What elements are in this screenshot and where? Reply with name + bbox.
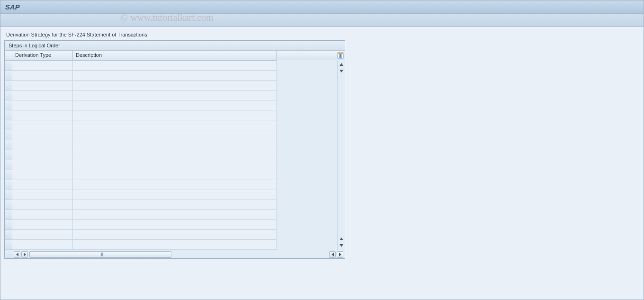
column-header-derivation-type[interactable]: Derivation Type xyxy=(12,51,73,60)
cell-description[interactable] xyxy=(73,100,277,110)
cell-derivation-type[interactable] xyxy=(12,71,73,81)
cell-description[interactable] xyxy=(73,190,277,200)
table-row[interactable] xyxy=(5,100,277,110)
cell-description[interactable] xyxy=(73,140,277,150)
table-row[interactable] xyxy=(5,180,277,190)
cell-description[interactable] xyxy=(73,210,277,220)
cell-description[interactable] xyxy=(73,130,277,140)
cell-derivation-type[interactable] xyxy=(12,100,73,110)
table-row[interactable] xyxy=(5,200,277,210)
cell-description[interactable] xyxy=(73,71,277,81)
table-right-area xyxy=(277,51,345,250)
cell-description[interactable] xyxy=(73,220,277,230)
cell-derivation-type[interactable] xyxy=(12,180,73,190)
row-selector[interactable] xyxy=(5,240,12,250)
cell-description[interactable] xyxy=(73,200,277,210)
cell-derivation-type[interactable] xyxy=(12,110,73,120)
cell-derivation-type[interactable] xyxy=(12,170,73,180)
cell-derivation-type[interactable] xyxy=(12,61,73,71)
table-header-row: Derivation Type Description xyxy=(5,51,277,61)
row-selector[interactable] xyxy=(5,120,12,130)
hscroll-right-end[interactable] xyxy=(337,251,343,258)
row-selector[interactable] xyxy=(5,230,12,240)
hscroll-thumb[interactable] xyxy=(100,253,103,256)
row-selector[interactable] xyxy=(5,130,12,140)
row-selector[interactable] xyxy=(5,190,12,200)
table-row[interactable] xyxy=(5,71,277,81)
row-selector[interactable] xyxy=(5,220,12,230)
table-row[interactable] xyxy=(5,150,277,160)
cell-derivation-type[interactable] xyxy=(12,220,73,230)
vertical-scrollbar[interactable] xyxy=(337,60,345,250)
table-row[interactable] xyxy=(5,170,277,180)
cell-derivation-type[interactable] xyxy=(12,160,73,170)
cell-description[interactable] xyxy=(73,150,277,160)
cell-derivation-type[interactable] xyxy=(12,81,73,91)
row-selector[interactable] xyxy=(5,81,12,91)
row-selector[interactable] xyxy=(5,210,12,220)
table-body xyxy=(5,61,277,250)
svg-rect-4 xyxy=(340,54,341,58)
scroll-up-button[interactable] xyxy=(338,61,345,68)
row-selector[interactable] xyxy=(5,91,12,100)
cell-derivation-type[interactable] xyxy=(12,200,73,210)
table-row[interactable] xyxy=(5,220,277,230)
scroll-down-button-bottom[interactable] xyxy=(338,242,345,249)
table-row[interactable] xyxy=(5,110,277,120)
cell-derivation-type[interactable] xyxy=(12,230,73,240)
scroll-up-button-bottom[interactable] xyxy=(338,236,345,242)
cell-description[interactable] xyxy=(73,110,277,120)
row-selector[interactable] xyxy=(5,180,12,190)
row-selector[interactable] xyxy=(5,71,12,81)
row-selector[interactable] xyxy=(5,170,12,180)
cell-derivation-type[interactable] xyxy=(12,190,73,200)
cell-description[interactable] xyxy=(73,170,277,180)
hscroll-right[interactable] xyxy=(329,251,336,258)
row-selector[interactable] xyxy=(5,200,12,210)
cell-description[interactable] xyxy=(73,230,277,240)
cell-derivation-type[interactable] xyxy=(12,120,73,130)
cell-derivation-type[interactable] xyxy=(12,130,73,140)
cell-description[interactable] xyxy=(73,61,277,71)
table-row[interactable] xyxy=(5,120,277,130)
table-row[interactable] xyxy=(5,91,277,100)
app-frame: SAP © www.tutorialkart.com Derivation St… xyxy=(0,0,644,300)
app-title: SAP xyxy=(5,3,20,11)
table-row[interactable] xyxy=(5,190,277,200)
cell-description[interactable] xyxy=(73,180,277,190)
cell-description[interactable] xyxy=(73,91,277,100)
table-row[interactable] xyxy=(5,130,277,140)
hscroll-left-start[interactable] xyxy=(14,251,20,258)
table-row[interactable] xyxy=(5,230,277,240)
table-row[interactable] xyxy=(5,81,277,91)
cell-derivation-type[interactable] xyxy=(12,210,73,220)
cell-description[interactable] xyxy=(73,240,277,250)
row-selector[interactable] xyxy=(5,61,12,71)
select-all-column[interactable] xyxy=(5,51,12,60)
cell-derivation-type[interactable] xyxy=(12,240,73,250)
row-selector[interactable] xyxy=(5,110,12,120)
table-right-header xyxy=(277,51,345,60)
table-row[interactable] xyxy=(5,61,277,71)
content-area: Derivation Strategy for the SF-224 State… xyxy=(0,27,644,300)
cell-derivation-type[interactable] xyxy=(12,150,73,160)
row-selector[interactable] xyxy=(5,140,12,150)
table-settings-icon[interactable] xyxy=(337,52,344,59)
scroll-down-button[interactable] xyxy=(338,68,345,74)
table-row[interactable] xyxy=(5,140,277,150)
cell-description[interactable] xyxy=(73,81,277,91)
row-selector[interactable] xyxy=(5,160,12,170)
table-main: Derivation Type Description xyxy=(5,51,277,250)
table-row[interactable] xyxy=(5,210,277,220)
table-row[interactable] xyxy=(5,160,277,170)
hscroll-left[interactable] xyxy=(21,251,28,258)
cell-derivation-type[interactable] xyxy=(12,91,73,100)
column-header-description[interactable]: Description xyxy=(73,51,277,60)
cell-description[interactable] xyxy=(73,120,277,130)
cell-description[interactable] xyxy=(73,160,277,170)
table-row[interactable] xyxy=(5,240,277,250)
row-selector[interactable] xyxy=(5,100,12,110)
cell-derivation-type[interactable] xyxy=(12,140,73,150)
hscroll-track[interactable] xyxy=(29,251,171,258)
row-selector[interactable] xyxy=(5,150,12,160)
